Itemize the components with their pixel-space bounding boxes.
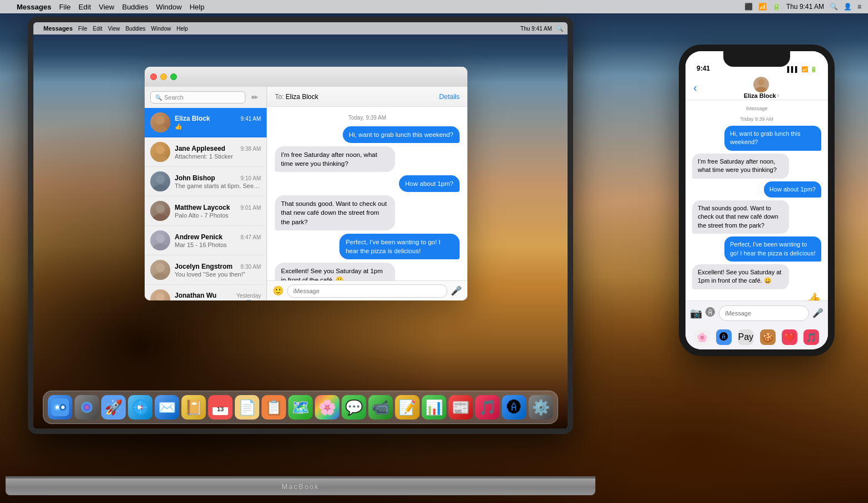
conv-avatar-john — [150, 171, 170, 191]
dock-icon-pages[interactable]: 📄 — [235, 395, 259, 420]
iphone-battery-icon: 🔋 — [810, 66, 817, 72]
svg-point-18 — [61, 406, 65, 409]
conv-name-jocelyn: Jocelyn Engstrom — [175, 263, 233, 270]
search-icon[interactable]: 🔍 — [830, 3, 838, 11]
svg-point-12 — [156, 293, 165, 300]
iphone-appstore-icon[interactable]: 🅐 — [706, 307, 716, 319]
iphone-camera-icon[interactable]: 📷 — [690, 307, 702, 319]
iphone-strip-music[interactable]: 🎵 — [803, 329, 819, 345]
menubar-right: ⬛ 📶 🔋 Thu 9:41 AM 🔍 👤 ≡ — [744, 3, 861, 11]
messages-window: 🔍 Search ✏ — [145, 67, 467, 300]
conversation-list[interactable]: Eliza Block 9:41 AM 👍 — [145, 108, 267, 300]
window-titlebar — [145, 67, 467, 87]
menu-window[interactable]: Window — [156, 3, 181, 11]
conv-item-jocelyn[interactable]: Jocelyn Engstrom 8:30 AM You loved "See … — [145, 255, 267, 285]
minimize-button[interactable] — [160, 73, 167, 80]
conv-item-john[interactable]: John Bishop 9:10 AM The game starts at 6… — [145, 167, 267, 196]
mic-button[interactable]: 🎤 — [451, 285, 462, 296]
conv-item-andrew[interactable]: Andrew Penick 8:47 AM Mar 15 - 16 Photos — [145, 226, 267, 255]
svg-point-1 — [152, 126, 168, 132]
wifi-icon: 📶 — [758, 3, 767, 11]
dock-icon-appstore[interactable]: 🅐 — [502, 395, 526, 420]
msg-bubble-recv-3: Excellent! See you Saturday at 1pm in fr… — [275, 263, 395, 280]
conv-name-jane: Jane Appleseed — [175, 145, 225, 152]
conv-time-jocelyn: 8:30 AM — [240, 264, 261, 270]
conv-item-jane[interactable]: Jane Appleseed 9:38 AM Attachment: 1 Sti… — [145, 137, 267, 167]
dock-icon-reminders[interactable]: 📋 — [262, 395, 286, 420]
cast-icon: ⬛ — [744, 3, 753, 11]
dock-icon-numbers[interactable]: 📊 — [422, 395, 446, 420]
svg-text:13: 13 — [217, 406, 224, 412]
iphone-contact-avatar — [753, 77, 769, 92]
conv-time-andrew: 8:47 AM — [240, 234, 261, 240]
iphone-signal-icon: ▌▌▌ — [787, 66, 799, 72]
user-icon[interactable]: 👤 — [844, 3, 852, 11]
dock-icon-messages[interactable]: 💬 — [342, 395, 366, 420]
svg-point-17 — [56, 406, 59, 409]
menu-edit[interactable]: Edit — [78, 3, 91, 11]
iphone-strip-cookie[interactable]: 🍪 — [760, 329, 776, 345]
conv-item-eliza[interactable]: Eliza Block 9:41 AM 👍 — [145, 108, 267, 137]
svg-point-8 — [156, 234, 165, 243]
dock-icon-notes[interactable]: 📔 — [181, 395, 206, 420]
close-button[interactable] — [150, 73, 157, 80]
dock-icon-system[interactable]: ⚙️ — [529, 395, 553, 420]
svg-point-31 — [758, 79, 765, 86]
iphone-msg-sent-2: How about 1pm? — [764, 181, 821, 198]
iphone-strip-heart[interactable]: ❤️ — [782, 329, 797, 345]
dock-icon-facetime[interactable]: 📹 — [368, 395, 393, 420]
menu-file[interactable]: File — [59, 3, 71, 11]
dock-icon-music[interactable]: 🎵 — [475, 395, 500, 420]
menu-view[interactable]: View — [99, 3, 115, 11]
dock-icon-launchpad[interactable]: 🚀 — [101, 395, 126, 420]
conv-name-eliza: Eliza Block — [175, 115, 210, 122]
menu-icon[interactable]: ≡ — [857, 3, 861, 11]
dock-icon-photos[interactable]: 🌸 — [315, 395, 339, 420]
iphone-strip-appstore[interactable]: 🅐 — [716, 329, 732, 345]
msg-bubble-sent-2: How about 1pm? — [399, 175, 460, 192]
macbook-base: MacBook — [6, 479, 595, 495]
dock-icon-news[interactable]: 📰 — [448, 395, 473, 420]
menu-messages[interactable]: Messages — [17, 3, 51, 11]
iphone-contact-info[interactable]: Eliza Block › — [703, 77, 820, 99]
iphone-strip-applepay[interactable]: Pay — [738, 329, 753, 345]
dock-icon-mail[interactable]: ✉️ — [155, 395, 179, 420]
compose-button[interactable]: ✏ — [249, 91, 261, 103]
conversations-sidebar: 🔍 Search ✏ — [145, 87, 267, 300]
iphone-msg-date: Today 9:39 AM — [692, 116, 821, 122]
svg-point-3 — [152, 155, 168, 162]
dock-icon-calendar[interactable]: 13 — [208, 395, 233, 420]
msg-date-label: Today, 9:39 AM — [275, 115, 460, 121]
menu-buddies[interactable]: Buddies — [122, 3, 148, 11]
iphone-msg-recv-1: I'm free Saturday after noon, what time … — [692, 154, 789, 179]
chat-recipient-name: Eliza Block — [285, 93, 318, 101]
chat-details-button[interactable]: Details — [439, 93, 460, 101]
iphone-screen: 9:41 ▌▌▌ 📶 🔋 ‹ Eliza Block › — [685, 51, 828, 349]
svg-point-5 — [152, 185, 168, 191]
conv-item-jonathan[interactable]: Jonathan Wu Yesterday See you at the fin… — [145, 285, 267, 300]
message-input[interactable] — [287, 284, 447, 298]
dock-icon-safari[interactable] — [128, 395, 152, 420]
iphone-mic-icon[interactable]: 🎤 — [812, 308, 823, 318]
dock-icon-siri[interactable] — [75, 395, 99, 420]
iphone-message-input[interactable] — [719, 305, 809, 321]
menu-help[interactable]: Help — [190, 3, 205, 11]
iphone-back-button[interactable]: ‹ — [693, 81, 697, 94]
emoji-button[interactable]: 🙂 — [273, 285, 284, 296]
conv-item-matthew[interactable]: Matthew Laycock 9:01 AM Palo Alto - 7 Ph… — [145, 196, 267, 226]
screen-menu-help: Help — [176, 26, 188, 32]
dock-icon-finder[interactable] — [48, 395, 72, 420]
conv-info-john: John Bishop 9:10 AM The game starts at 6… — [175, 174, 261, 189]
msg-bubble-sent-1: Hi, want to grab lunch this weekend? — [343, 126, 460, 143]
iphone-strip-photos[interactable]: 🌸 — [694, 329, 710, 345]
iphone-msg-recv-2: That sounds good. Want to check out that… — [692, 200, 789, 234]
conv-preview-jocelyn: You loved "See you then!" — [175, 271, 261, 278]
conv-preview-jonathan: See you at the finish line. 🏅 — [175, 300, 261, 300]
search-box[interactable]: 🔍 Search — [150, 91, 245, 103]
dock-icon-maps[interactable]: 🗺️ — [288, 395, 313, 420]
conv-info-jocelyn: Jocelyn Engstrom 8:30 AM You loved "See … — [175, 263, 261, 278]
msg-bubble-recv-1: I'm free Saturday after noon, what time … — [275, 146, 395, 172]
fullscreen-button[interactable] — [170, 73, 177, 80]
dock-icon-notes2[interactable]: 📝 — [395, 395, 420, 420]
conv-preview-eliza: 👍 — [175, 123, 261, 130]
